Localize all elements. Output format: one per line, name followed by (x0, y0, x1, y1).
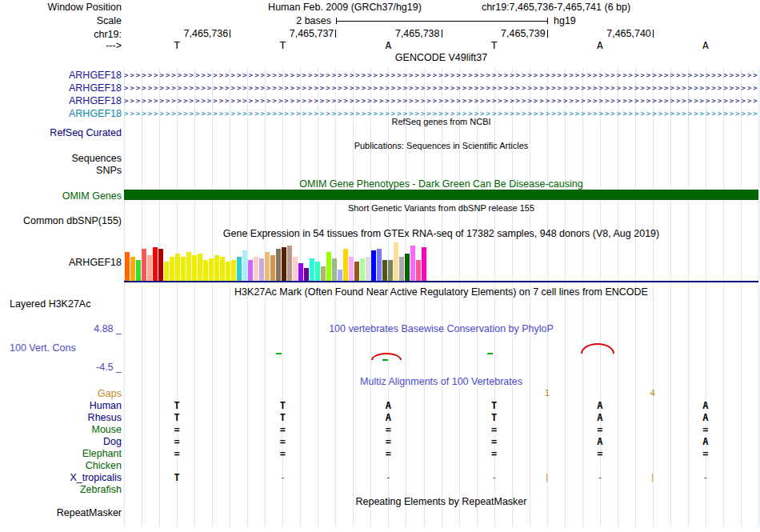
alignment-base: A (702, 412, 708, 423)
gene-row[interactable]: ARHGEF18>>>>>>>>>>>>>>>>>>>>>>>>>>>>>>>>… (0, 83, 760, 94)
h3k27ac-title: H3K27Ac Mark (Often Found Near Active Re… (124, 286, 758, 298)
gtex-tissue-bar[interactable] (382, 260, 387, 281)
gtex-tissue-bar[interactable] (282, 247, 286, 281)
gtex-tissue-bar[interactable] (399, 257, 404, 281)
gap-annotation: 4 (650, 388, 655, 398)
gtex-tissue-bar[interactable] (220, 257, 225, 281)
ruler-base: A (597, 39, 603, 51)
gtex-tissue-bar[interactable] (130, 257, 135, 281)
species-label[interactable]: Human (90, 400, 122, 411)
gtex-tissue-bar[interactable] (422, 247, 426, 281)
repeatmasker-label[interactable]: RepeatMasker (57, 507, 122, 518)
multiz-row: X_tropicalisT-----|| (0, 472, 760, 484)
phylop-track-label[interactable]: 100 Vert. Cons (10, 342, 76, 354)
alignment-base: A (597, 436, 602, 447)
gtex-tissue-bar[interactable] (321, 266, 326, 281)
species-label[interactable]: Elephant (82, 448, 122, 459)
gtex-tissue-bar[interactable] (175, 254, 180, 281)
gtex-tissue-bar[interactable] (226, 262, 230, 281)
gene-label[interactable]: ARHGEF18 (69, 108, 122, 119)
sequences-label[interactable]: Sequences (71, 153, 122, 164)
gtex-tissue-bar[interactable] (198, 254, 202, 281)
gtex-tissue-bar[interactable] (153, 247, 158, 281)
gene-arrow-line[interactable]: >>>>>>>>>>>>>>>>>>>>>>>>>>>>>>>>>>>>>>>>… (124, 70, 758, 80)
refseq-curated-label[interactable]: RefSeq Curated (50, 127, 122, 138)
gtex-tissue-bar[interactable] (164, 262, 169, 281)
gene-row[interactable]: ARHGEF18>>>>>>>>>>>>>>>>>>>>>>>>>>>>>>>>… (0, 70, 760, 81)
gtex-tissue-bar[interactable] (186, 252, 191, 281)
gene-label[interactable]: ARHGEF18 (69, 82, 122, 94)
species-label[interactable]: Dog (103, 436, 122, 447)
gtex-tissue-bar[interactable] (142, 249, 146, 281)
gtex-tissue-bar[interactable] (181, 257, 186, 281)
species-label[interactable]: Gaps (98, 388, 122, 399)
gene-row[interactable]: ARHGEF18>>>>>>>>>>>>>>>>>>>>>>>>>>>>>>>>… (0, 96, 760, 106)
species-label[interactable]: Chicken (86, 460, 122, 471)
gtex-bars (125, 241, 427, 281)
gtex-tissue-bar[interactable] (192, 255, 197, 281)
gtex-tissue-bar[interactable] (338, 270, 342, 281)
omim-gene-bar[interactable] (124, 190, 758, 200)
gtex-tissue-bar[interactable] (349, 257, 354, 281)
omim-genes-label[interactable]: OMIM Genes (62, 190, 122, 202)
gtex-tissue-bar[interactable] (343, 249, 348, 281)
species-label[interactable]: Mouse (91, 424, 122, 435)
gtex-tissue-bar[interactable] (231, 260, 236, 281)
gtex-tissue-bar[interactable] (259, 258, 264, 281)
gtex-tissue-bar[interactable] (394, 242, 398, 281)
gtex-tissue-bar[interactable] (293, 257, 298, 281)
alignment-base: - (491, 472, 497, 483)
gtex-tissue-bar[interactable] (371, 250, 376, 281)
gtex-tissue-bar[interactable] (360, 258, 365, 281)
gene-label[interactable]: ARHGEF18 (69, 70, 122, 81)
gene-arrow-line[interactable]: >>>>>>>>>>>>>>>>>>>>>>>>>>>>>>>>>>>>>>>>… (124, 83, 758, 93)
gtex-tissue-bar[interactable] (332, 258, 337, 281)
gtex-tissue-bar[interactable] (237, 257, 242, 281)
gene-label[interactable]: ARHGEF18 (69, 95, 122, 106)
gtex-tissue-bar[interactable] (147, 255, 152, 281)
gtex-tissue-bar[interactable] (242, 250, 247, 281)
alignment-base: = (386, 436, 391, 447)
gtex-tissue-bar[interactable] (354, 262, 359, 281)
species-label[interactable]: X_tropicalis (70, 472, 122, 483)
gtex-tissue-bar[interactable] (366, 257, 370, 281)
gtex-tissue-bar[interactable] (287, 246, 292, 281)
gtex-tissue-bar[interactable] (248, 260, 253, 281)
gtex-tissue-bar[interactable] (136, 260, 141, 281)
gtex-tissue-bar[interactable] (254, 257, 258, 281)
gtex-tissue-bar[interactable] (125, 252, 130, 281)
h3k27ac-label[interactable]: Layered H3K27Ac (10, 298, 90, 310)
gtex-tissue-bar[interactable] (416, 260, 421, 281)
ruler-base: T (279, 39, 286, 51)
gtex-tissue-bar[interactable] (298, 263, 303, 281)
gtex-tissue-bar[interactable] (377, 249, 382, 281)
gtex-tissue-bar[interactable] (158, 249, 163, 281)
gtex-tissue-bar[interactable] (214, 255, 219, 281)
gtex-tissue-bar[interactable] (265, 252, 270, 281)
ruler-tick (653, 30, 654, 38)
dbsnp-label[interactable]: Common dbSNP(155) (23, 215, 122, 226)
gtex-tissue-bar[interactable] (410, 246, 415, 281)
ruler-tick (547, 30, 548, 38)
gtex-tissue-bar[interactable] (310, 258, 314, 281)
species-label[interactable]: Rhesus (88, 412, 122, 423)
gtex-tissue-bar[interactable] (315, 262, 320, 281)
gtex-tissue-bar[interactable] (388, 260, 393, 281)
gene-arrow-line[interactable]: >>>>>>>>>>>>>>>>>>>>>>>>>>>>>>>>>>>>>>>>… (124, 96, 758, 106)
gtex-tissue-bar[interactable] (170, 257, 174, 281)
alignment-base: = (491, 424, 497, 435)
alignment-base: - (386, 472, 391, 483)
alignment-base: = (174, 448, 179, 459)
gtex-tissue-bar[interactable] (203, 260, 208, 281)
gtex-tissue-bar[interactable] (304, 268, 309, 281)
gtex-tissue-bar[interactable] (209, 258, 214, 281)
gtex-tissue-bar[interactable] (276, 249, 281, 281)
snps-label[interactable]: SNPs (96, 165, 122, 176)
gtex-gene-label[interactable]: ARHGEF18 (69, 257, 122, 268)
alignment-base: T (174, 412, 179, 423)
gtex-tissue-bar[interactable] (405, 254, 410, 281)
gtex-tissue-bar[interactable] (326, 252, 331, 281)
species-label[interactable]: Zebrafish (80, 484, 122, 495)
gtex-tissue-bar[interactable] (270, 255, 275, 281)
ruler-coordinate: 7,465,738 (395, 28, 440, 39)
